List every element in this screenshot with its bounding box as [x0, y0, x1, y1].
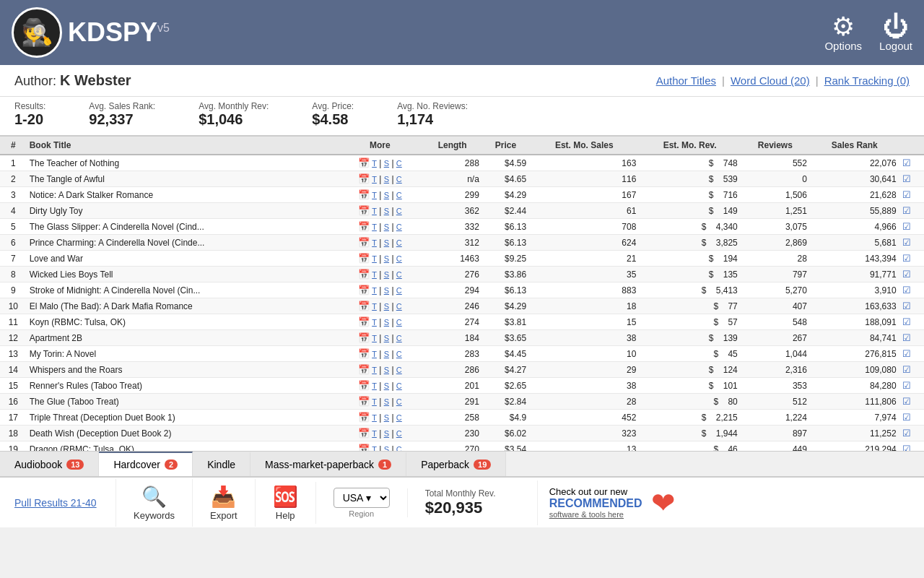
calendar-icon[interactable]: 📅	[358, 189, 370, 200]
format-tab-mass-market-paperback[interactable]: Mass-market-paperback1	[250, 452, 406, 476]
cell-more[interactable]: 📅 T | S | C	[337, 282, 422, 298]
more-s-link[interactable]: S	[384, 302, 389, 311]
more-c-link[interactable]: C	[396, 254, 402, 263]
cell-more[interactable]: 📅 T | S | C	[337, 298, 422, 314]
calendar-icon[interactable]: 📅	[358, 428, 370, 439]
check-icon[interactable]: ☑	[902, 444, 911, 451]
cell-more[interactable]: 📅 T | S | C	[337, 187, 422, 203]
more-t-link[interactable]: T	[372, 381, 377, 390]
more-t-link[interactable]: T	[372, 223, 377, 231]
more-s-link[interactable]: S	[384, 334, 389, 342]
calendar-icon[interactable]: 📅	[358, 364, 370, 375]
calendar-icon[interactable]: 📅	[358, 158, 370, 168]
cell-more[interactable]: 📅 T | S | C	[337, 362, 422, 378]
more-s-link[interactable]: S	[384, 429, 389, 438]
more-s-link[interactable]: S	[384, 223, 389, 231]
cell-check[interactable]: ☑	[899, 330, 924, 346]
check-icon[interactable]: ☑	[902, 332, 911, 343]
check-icon[interactable]: ☑	[902, 158, 911, 168]
author-titles-link[interactable]: Author Titles	[656, 74, 716, 87]
cell-more[interactable]: 📅 T | S | C	[337, 155, 422, 171]
word-cloud-link[interactable]: Word Cloud (20)	[731, 74, 810, 87]
more-s-link[interactable]: S	[384, 207, 389, 215]
calendar-icon[interactable]: 📅	[358, 253, 370, 264]
more-t-link[interactable]: T	[372, 302, 377, 311]
calendar-icon[interactable]: 📅	[358, 332, 370, 343]
cell-check[interactable]: ☑	[899, 187, 924, 203]
calendar-icon[interactable]: 📅	[358, 301, 370, 311]
cell-more[interactable]: 📅 T | S | C	[337, 203, 422, 219]
promo-area[interactable]: Check out our new RECOMMENDED software &…	[537, 480, 924, 525]
cell-check[interactable]: ☑	[899, 235, 924, 251]
more-t-link[interactable]: T	[372, 334, 377, 342]
cell-check[interactable]: ☑	[899, 410, 924, 426]
cell-more[interactable]: 📅 T | S | C	[337, 346, 422, 362]
cell-check[interactable]: ☑	[899, 203, 924, 219]
calendar-icon[interactable]: 📅	[358, 173, 370, 184]
cell-check[interactable]: ☑	[899, 426, 924, 441]
more-s-link[interactable]: S	[384, 413, 389, 422]
more-s-link[interactable]: S	[384, 366, 389, 374]
more-t-link[interactable]: T	[372, 318, 377, 327]
check-icon[interactable]: ☑	[902, 173, 911, 184]
check-icon[interactable]: ☑	[902, 269, 911, 280]
export-button[interactable]: 📥 Export	[192, 479, 255, 527]
more-c-link[interactable]: C	[396, 286, 402, 295]
cell-more[interactable]: 📅 T | S | C	[337, 219, 422, 235]
more-t-link[interactable]: T	[372, 366, 377, 374]
help-button[interactable]: 🆘 Help	[255, 479, 315, 527]
cell-more[interactable]: 📅 T | S | C	[337, 394, 422, 410]
region-dropdown[interactable]: USA ▾ UK CA AU	[334, 488, 390, 508]
more-c-link[interactable]: C	[396, 429, 402, 438]
more-t-link[interactable]: T	[372, 207, 377, 215]
more-s-link[interactable]: S	[384, 254, 389, 263]
format-tab-kindle[interactable]: Kindle	[193, 452, 250, 476]
check-icon[interactable]: ☑	[902, 189, 911, 200]
more-t-link[interactable]: T	[372, 175, 377, 184]
cell-check[interactable]: ☑	[899, 314, 924, 330]
more-s-link[interactable]: S	[384, 191, 389, 199]
check-icon[interactable]: ☑	[902, 205, 911, 216]
more-c-link[interactable]: C	[396, 350, 402, 358]
calendar-icon[interactable]: 📅	[358, 221, 370, 232]
cell-check[interactable]: ☑	[899, 378, 924, 394]
pull-results-link[interactable]: Pull Results 21-40	[0, 497, 116, 509]
more-s-link[interactable]: S	[384, 397, 389, 406]
cell-check[interactable]: ☑	[899, 298, 924, 314]
calendar-icon[interactable]: 📅	[358, 412, 370, 423]
calendar-icon[interactable]: 📅	[358, 396, 370, 407]
more-s-link[interactable]: S	[384, 175, 389, 184]
check-icon[interactable]: ☑	[902, 253, 911, 264]
format-tab-audiobook[interactable]: Audiobook13	[0, 452, 99, 476]
more-t-link[interactable]: T	[372, 286, 377, 295]
cell-more[interactable]: 📅 T | S | C	[337, 378, 422, 394]
rank-tracking-link[interactable]: Rank Tracking (0)	[824, 74, 910, 87]
options-button[interactable]: ⚙ Options	[824, 14, 862, 52]
more-t-link[interactable]: T	[372, 397, 377, 406]
more-t-link[interactable]: T	[372, 254, 377, 263]
cell-more[interactable]: 📅 T | S | C	[337, 171, 422, 187]
calendar-icon[interactable]: 📅	[358, 444, 370, 451]
calendar-icon[interactable]: 📅	[358, 205, 370, 216]
check-icon[interactable]: ☑	[902, 237, 911, 248]
cell-check[interactable]: ☑	[899, 282, 924, 298]
more-c-link[interactable]: C	[396, 413, 402, 422]
check-icon[interactable]: ☑	[902, 285, 911, 296]
more-s-link[interactable]: S	[384, 270, 389, 279]
calendar-icon[interactable]: 📅	[358, 237, 370, 248]
more-s-link[interactable]: S	[384, 445, 389, 451]
more-s-link[interactable]: S	[384, 318, 389, 327]
cell-check[interactable]: ☑	[899, 362, 924, 378]
format-tab-hardcover[interactable]: Hardcover2	[99, 452, 193, 476]
more-t-link[interactable]: T	[372, 445, 377, 451]
format-tab-paperback[interactable]: Paperback19	[406, 452, 506, 476]
more-c-link[interactable]: C	[396, 397, 402, 406]
cell-more[interactable]: 📅 T | S | C	[337, 426, 422, 441]
more-c-link[interactable]: C	[396, 207, 402, 215]
more-t-link[interactable]: T	[372, 413, 377, 422]
check-icon[interactable]: ☑	[902, 221, 911, 232]
check-icon[interactable]: ☑	[902, 428, 911, 439]
more-c-link[interactable]: C	[396, 175, 402, 184]
more-t-link[interactable]: T	[372, 270, 377, 279]
cell-check[interactable]: ☑	[899, 346, 924, 362]
